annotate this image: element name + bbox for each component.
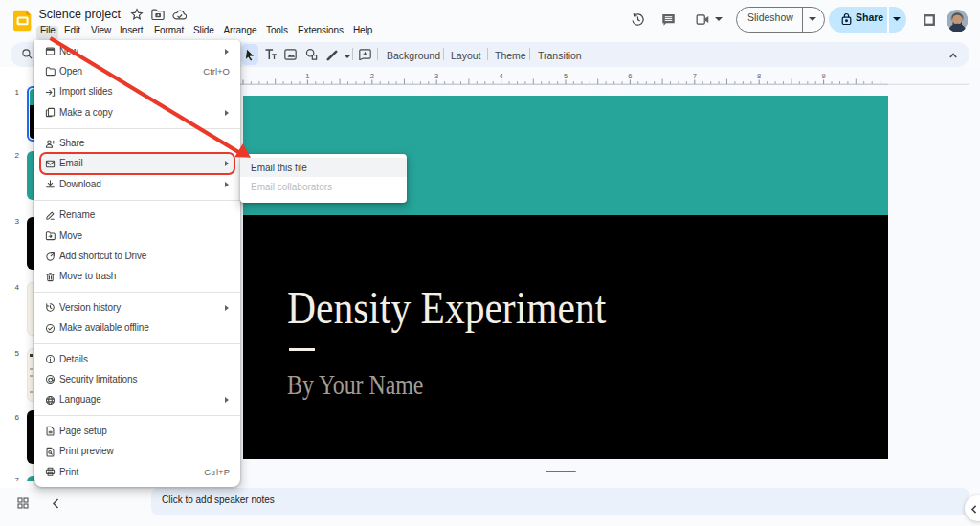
svg-text:8: 8 (757, 72, 761, 80)
svg-text:3: 3 (434, 72, 438, 80)
svg-text:7: 7 (693, 72, 697, 80)
svg-text:1: 1 (305, 72, 309, 80)
svg-text:9: 9 (822, 72, 826, 80)
svg-text:5: 5 (564, 72, 568, 80)
svg-text:6: 6 (628, 72, 632, 80)
svg-text:2: 2 (370, 72, 374, 80)
svg-text:4: 4 (500, 72, 503, 80)
